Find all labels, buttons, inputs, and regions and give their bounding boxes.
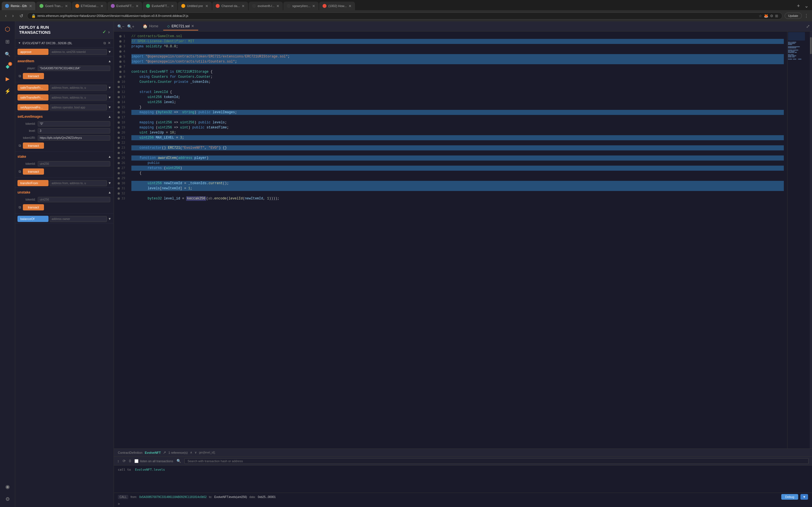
balanceOf-input[interactable] <box>50 216 107 222</box>
stake-transact-button[interactable]: transact <box>23 168 44 175</box>
tab-close-sgowryl[interactable]: ✕ <box>312 4 315 8</box>
stake-tokenId-input[interactable] <box>38 161 110 166</box>
safeTransfer1-expand-icon[interactable]: ▼ <box>108 86 111 90</box>
expand-panel-icon[interactable]: › <box>108 29 110 35</box>
safeTransfer2-input[interactable] <box>50 95 107 101</box>
browser-tab-ethglobal[interactable]: ETHGlobal... ✕ <box>72 2 107 10</box>
safeTransfer2-expand-icon[interactable]: ▼ <box>108 96 111 100</box>
tab-close-untitled[interactable]: ✕ <box>205 4 208 8</box>
level-input[interactable] <box>38 128 110 133</box>
setLevelImages-collapse-icon[interactable]: ▲ <box>108 115 111 119</box>
sidebar-item-debug[interactable]: ⚡ <box>2 86 13 97</box>
contract-collapse-icon[interactable]: ▼ <box>18 41 21 45</box>
zoom-in-button[interactable]: 🔍+ <box>126 24 135 29</box>
tokenURI-input[interactable] <box>38 135 110 140</box>
zoom-out-button[interactable]: 🔍− <box>116 24 125 29</box>
safeTransfer1-button[interactable]: safeTransferFr... <box>17 84 49 91</box>
setApproval-expand-icon[interactable]: ▼ <box>108 105 111 109</box>
line-num-24: 24 <box>114 151 125 156</box>
stake-collapse-icon[interactable]: ▲ <box>108 155 111 159</box>
tab-close-goerli[interactable]: ✕ <box>65 4 68 8</box>
safeTransfer2-button[interactable]: safeTransferFr... <box>17 94 49 101</box>
browser-tab-evolvnft2[interactable]: EvolveNFT... ✕ <box>143 2 177 10</box>
approve-expand-icon[interactable]: ▼ <box>108 50 111 54</box>
awardItem-copy-icon[interactable]: ⧉ <box>18 74 21 78</box>
browser-tab-remix[interactable]: Remix - Eth ✕ <box>2 2 36 10</box>
tokenId-input[interactable] <box>38 121 110 126</box>
approve-button[interactable]: approve <box>17 49 49 55</box>
unstake-copy-icon[interactable]: ⧉ <box>18 205 21 209</box>
player-input[interactable] <box>38 66 110 71</box>
contract-copy-icon[interactable]: ⧉ <box>103 41 106 45</box>
vertical-scrollbar[interactable] <box>810 32 812 448</box>
tab-close-evolvenft-gh[interactable]: ✕ <box>276 4 280 8</box>
ref-expand-icon[interactable]: ∧ <box>190 451 192 454</box>
awardItem-collapse-icon[interactable]: ▲ <box>108 59 111 63</box>
transferFrom-button[interactable]: transferFrom <box>17 180 49 186</box>
browser-tab-sgowryl[interactable]: sgowryl/erc... ✕ <box>283 2 319 10</box>
sidebar-item-logo[interactable]: ⬡ <box>2 24 13 35</box>
tab-list-button[interactable]: ⌄ <box>803 3 810 9</box>
browser-tab-untitled[interactable]: Untitled pre ✕ <box>178 2 212 10</box>
ref-collapse-icon[interactable]: ∨ <box>195 451 197 454</box>
menu-button[interactable]: ⋮ <box>804 13 809 18</box>
awardItem-transact-button[interactable]: transact <box>23 73 44 79</box>
fn-unstake: unstake ▲ tokenId: ⧉ transact <box>15 189 114 214</box>
tab-close-evolvnft2[interactable]: ✕ <box>171 4 174 8</box>
maximize-editor-icon[interactable]: ⤢ <box>806 24 810 29</box>
sidebar-item-solidity[interactable]: ◆ 5 <box>2 61 13 72</box>
tab-close-ethglobal[interactable]: ✕ <box>100 4 103 8</box>
unstake-collapse-icon[interactable]: ▲ <box>108 190 111 194</box>
tab-close-channel[interactable]: ✕ <box>242 4 245 8</box>
forward-button[interactable]: › <box>10 13 15 19</box>
listen-checkbox[interactable] <box>135 459 139 463</box>
sidebar-item-deploy[interactable]: ▶ <box>2 73 13 84</box>
refresh-button[interactable]: ↺ <box>18 13 25 19</box>
tab-home[interactable]: 🏠 Home <box>139 22 162 31</box>
unstake-tokenId-input[interactable] <box>38 197 110 202</box>
deploy-header: DEPLOY & RUN TRANSACTIONS ✓ › <box>15 21 114 39</box>
ref-arrow-icon[interactable]: ↗ <box>163 450 166 455</box>
sidebar-item-settings[interactable]: ⚙ <box>2 494 13 505</box>
browser-tab-goerli[interactable]: Goerli Tran... ✕ <box>36 2 71 10</box>
file-tab-close-icon[interactable]: ✕ <box>191 24 194 28</box>
safeTransfer1-input[interactable] <box>50 85 107 91</box>
browser-tab-how[interactable]: (1002) How... ✕ <box>319 2 355 10</box>
browser-tab-evolvnft1[interactable]: EvolveNFT... ✕ <box>107 2 142 10</box>
transferFrom-input[interactable] <box>50 180 107 186</box>
browser-tab-channel[interactable]: Channel da... ✕ <box>212 2 248 10</box>
transferFrom-expand-icon[interactable]: ▼ <box>108 181 111 185</box>
contract-close-icon[interactable]: ✕ <box>108 41 111 45</box>
bottom-up-down-icon[interactable]: ↕ <box>117 459 119 463</box>
scrollbar-thumb[interactable] <box>810 37 812 54</box>
debug-expand-button[interactable]: ▼ <box>801 494 808 500</box>
tab-close-evolvnft1[interactable]: ✕ <box>136 4 139 8</box>
sidebar-item-files[interactable]: ⊞ <box>2 36 13 47</box>
debug-button[interactable]: Debug <box>781 494 798 500</box>
setApproval-input[interactable] <box>50 105 107 110</box>
check-icon[interactable]: ✓ <box>102 29 106 35</box>
transaction-search-input[interactable] <box>185 458 809 464</box>
update-button[interactable]: Update <box>784 13 802 19</box>
setLevelImages-copy-icon[interactable]: ⧉ <box>18 144 21 148</box>
call-label-1: call to <box>118 468 131 471</box>
code-scroll[interactable]: // contracts/GameItem.sol // SPDX-Licens… <box>128 32 787 448</box>
sidebar-item-search[interactable]: 🔍 <box>2 48 13 60</box>
setLevelImages-transact-button[interactable]: transact <box>23 143 44 149</box>
tab-close-how[interactable]: ✕ <box>349 4 352 8</box>
tab-close-remix[interactable]: ✕ <box>29 4 32 8</box>
url-bar[interactable]: 🔒 remix.ethereum.org/#optimize=false&run… <box>27 12 782 19</box>
bottom-refresh-icon[interactable]: ⟳ <box>123 459 126 463</box>
setApproval-button[interactable]: setApprovalFo... <box>17 104 49 110</box>
stake-copy-icon[interactable]: ⧉ <box>18 170 21 173</box>
new-tab-button[interactable]: + <box>795 3 802 9</box>
balanceOf-expand-icon[interactable]: ▼ <box>108 217 111 221</box>
browser-tab-evolvenft-gh[interactable]: evolvenft-/... ✕ <box>249 2 283 10</box>
approve-input[interactable] <box>50 49 107 55</box>
sidebar-item-plugins[interactable]: ◉ <box>2 481 13 492</box>
unstake-transact-button[interactable]: transact <box>23 204 44 210</box>
balanceOf-button[interactable]: balanceOf <box>17 216 49 222</box>
search-console-icon[interactable]: 🔍 <box>176 459 181 463</box>
tab-erc721[interactable]: ◇ ERC721.sol ✕ <box>163 22 198 31</box>
back-button[interactable]: ‹ <box>3 13 8 19</box>
